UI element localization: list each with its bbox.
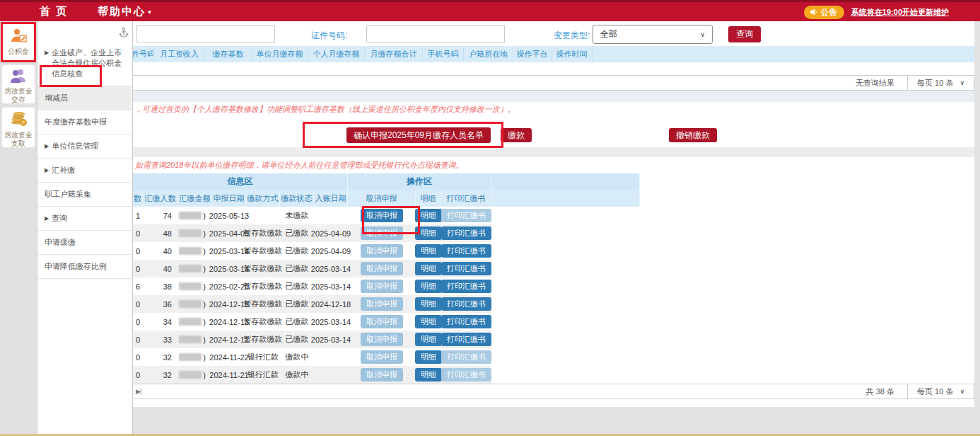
cancel-declare-button[interactable]: 取消申报: [361, 280, 403, 293]
detail-button[interactable]: 明细: [415, 209, 442, 222]
nav-help-label: 帮助中心: [98, 5, 146, 18]
cell-pay-method: 暂存款缴款: [246, 242, 280, 260]
cell-entry-date: 2025-04-09: [314, 224, 348, 242]
id-number-input[interactable]: [366, 25, 505, 42]
cancel-declare-button[interactable]: 取消申报: [361, 244, 403, 258]
redacted-amount: [179, 335, 202, 343]
cell-cancel: 取消申报: [348, 224, 416, 242]
cell-declare-date: 2024-12-18: [212, 295, 246, 313]
print-remittance-button[interactable]: 打印汇缴书: [441, 297, 491, 311]
cancel-declare-button[interactable]: 取消申报: [361, 368, 403, 382]
divider-band: [133, 91, 974, 102]
detail-button[interactable]: 明细: [415, 333, 442, 346]
change-type-select[interactable]: 全部 ∨: [593, 25, 713, 44]
column-header: [491, 190, 640, 207]
detail-button[interactable]: 明细: [415, 368, 442, 382]
print-remittance-button[interactable]: 打印汇缴书: [441, 350, 491, 364]
menu-item-8[interactable]: 申请降低缴存比例: [37, 255, 132, 279]
pay-button[interactable]: 缴款: [501, 128, 532, 142]
menu-item-1[interactable]: 增减员: [37, 86, 132, 110]
detail-button[interactable]: 明细: [415, 226, 442, 240]
sidebar-item-housing-fund-withdraw[interactable]: ? 房改资金支取: [1, 107, 35, 148]
print-remittance-button[interactable]: 打印汇缴书: [441, 244, 491, 258]
page-size-select[interactable]: 每页 10 条 ∨: [907, 76, 974, 90]
maintenance-notice-link[interactable]: 系统将在19:00开始更新维护: [851, 7, 949, 18]
amount-suffix: ): [203, 265, 206, 273]
cell-amount: ): [178, 348, 212, 366]
cancel-declare-button[interactable]: 取消申报: [361, 297, 403, 311]
print-remittance-button[interactable]: 打印汇缴书: [441, 262, 491, 275]
cell-pay-status: 已缴款: [280, 277, 314, 295]
amount-suffix: ): [203, 335, 206, 344]
menu-item-label: 职工户籍采集: [45, 189, 91, 200]
sidebar-item-label: 房改资金交存: [2, 86, 35, 107]
redacted-amount: [179, 353, 202, 361]
cell-print: 打印汇缴书: [441, 366, 491, 384]
sidebar-item-housing-fund-deposit[interactable]: 房改资金交存: [1, 64, 35, 104]
menu-item-5[interactable]: 职工户籍采集: [37, 183, 132, 207]
amount-suffix: ): [203, 247, 206, 256]
amount-suffix: ): [203, 282, 206, 291]
menu-item-3[interactable]: ▶单位信息管理: [37, 134, 132, 159]
cell-people-count: 40: [143, 242, 178, 260]
cell-amount: ): [178, 313, 212, 331]
menu-item-2[interactable]: 年度缴存基数申报: [37, 110, 132, 134]
cell-entry-date: 2024-12-18: [314, 295, 348, 313]
cancel-declare-button[interactable]: 取消申报: [361, 226, 403, 240]
print-remittance-button[interactable]: 打印汇缴书: [441, 315, 491, 328]
cancel-pay-button[interactable]: 撤销缴款: [669, 128, 717, 142]
table-row: 040)2025-03-14暂存款缴款已缴款2025-04-09取消申报明细打印…: [133, 242, 491, 260]
cell-detail: 明细: [416, 331, 441, 348]
menu-item-7[interactable]: 申请缓缴: [37, 231, 132, 255]
cell-people-count: 33: [143, 331, 178, 348]
print-remittance-button[interactable]: 打印汇缴书: [441, 280, 491, 293]
cell-detail: 明细: [416, 348, 441, 366]
print-remittance-button[interactable]: 打印汇缴书: [441, 209, 491, 222]
column-header: 汇缴金额: [178, 190, 212, 207]
print-remittance-button[interactable]: 打印汇缴书: [441, 226, 491, 240]
dropdown-caret-icon: ▾: [148, 8, 151, 16]
table-row: 048)2025-04-09暂存款缴款已缴款2025-04-09取消申报明细打印…: [133, 224, 491, 242]
detail-button[interactable]: 明细: [415, 350, 442, 364]
scroll-end-icon[interactable]: ▶|: [136, 388, 141, 395]
detail-button[interactable]: 明细: [415, 297, 442, 311]
anchor-icon[interactable]: [118, 27, 129, 38]
cell-declare-date: 2025-02-20: [212, 277, 246, 295]
cell-pay-status: 缴款中: [280, 366, 314, 384]
cell-pay-method: 暂存款缴款: [246, 295, 280, 313]
cancel-declare-button[interactable]: 取消申报: [361, 209, 403, 222]
print-remittance-button[interactable]: 打印汇缴书: [441, 368, 491, 382]
keyword-input[interactable]: [136, 25, 275, 42]
cell-pay-status: 已缴款: [280, 224, 314, 242]
menu-item-0[interactable]: ▶企业破产、企业上市合法合规住房公积金信息核查: [37, 41, 132, 86]
detail-button[interactable]: 明细: [415, 262, 442, 275]
cell-cancel: 取消申报: [348, 295, 416, 313]
group-header: [491, 173, 640, 190]
table-column-header: 数汇缴人数汇缴金额申报日期缴款方式缴款状态入账日期取消申报明细打印汇缴书: [133, 190, 640, 207]
cell-cancel: 取消申报: [348, 348, 416, 366]
redacted-amount: [179, 229, 202, 237]
sidebar-item-provident-fund[interactable]: 公积金: [1, 23, 35, 62]
menu-item-6[interactable]: ▶查询: [37, 207, 132, 231]
detail-button[interactable]: 明细: [415, 244, 442, 258]
cancel-declare-button[interactable]: 取消申报: [361, 333, 403, 346]
cancel-declare-button[interactable]: 取消申报: [361, 350, 403, 364]
table-row: 034)2024-12-13暂存款缴款已缴款2025-03-14取消申报明细打印…: [133, 313, 491, 331]
detail-button[interactable]: 明细: [415, 315, 442, 328]
cell-amount: ): [178, 242, 212, 260]
nav-help-center[interactable]: 帮助中心▾: [98, 5, 151, 18]
print-remittance-button[interactable]: 打印汇缴书: [441, 333, 491, 346]
cell-print: 打印汇缴书: [441, 224, 491, 242]
cell-entry-date: [314, 348, 348, 366]
cell-pay-method: 暂存款缴款: [246, 260, 280, 277]
nav-home[interactable]: 首 页: [40, 5, 68, 18]
query-button[interactable]: 查询: [728, 26, 761, 42]
cancel-declare-button[interactable]: 取消申报: [361, 315, 403, 328]
page-size-value: 每页 10 条: [917, 78, 953, 88]
menu-item-4[interactable]: ▶汇补缴: [37, 159, 132, 183]
page-size-select[interactable]: 每页 10 条 ∨: [907, 384, 974, 398]
column-header: 操作平台: [513, 46, 552, 62]
cancel-declare-button[interactable]: 取消申报: [361, 262, 403, 275]
confirm-declare-button[interactable]: 确认申报2025年09月缴存人员名单: [346, 127, 491, 143]
detail-button[interactable]: 明细: [415, 280, 442, 293]
